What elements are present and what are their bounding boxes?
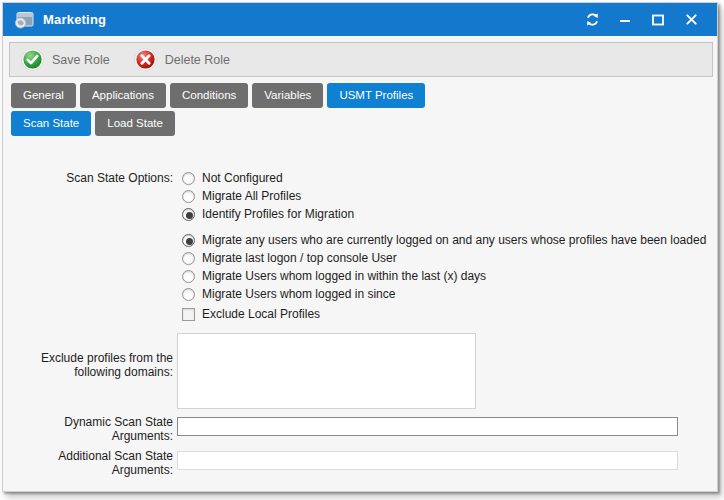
tab-variables[interactable]: Variables [252, 83, 323, 108]
green-check-circle-icon [21, 48, 44, 71]
tab-load-state[interactable]: Load State [95, 111, 175, 136]
save-role-button[interactable]: Save Role [21, 48, 110, 71]
radio-migrate-since[interactable] [182, 288, 195, 301]
additional-scan-state-arguments-input[interactable] [177, 451, 678, 470]
save-role-label: Save Role [52, 53, 110, 67]
radio-row-migrate-all-profiles[interactable]: Migrate All Profiles [182, 187, 354, 205]
radio-migrate-last-logon[interactable] [182, 252, 195, 265]
exclude-local-profiles-row[interactable]: Exclude Local Profiles [182, 306, 320, 322]
radio-label: Migrate any users who are currently logg… [202, 233, 706, 247]
tab-applications[interactable]: Applications [80, 83, 166, 108]
titlebar[interactable]: Marketing [3, 3, 717, 36]
radio-row-not-configured[interactable]: Not Configured [182, 169, 354, 187]
tab-conditions[interactable]: Conditions [170, 83, 248, 108]
radio-label: Identify Profiles for Migration [202, 207, 354, 221]
app-window-icon [14, 11, 34, 29]
maximize-icon [651, 13, 665, 27]
refresh-button[interactable] [582, 10, 602, 30]
marketing-window: Marketing [2, 2, 718, 492]
desktop-background: Marketing [0, 0, 724, 500]
radio-migrate-all-profiles[interactable] [182, 190, 195, 203]
dynamic-scan-state-arguments-label: Dynamic Scan State Arguments: [21, 415, 173, 443]
delete-role-button[interactable]: Delete Role [134, 48, 230, 71]
radio-row-migrate-since[interactable]: Migrate Users whom logged in since [182, 285, 706, 303]
scan-state-options-label: Scan State Options: [3, 171, 173, 185]
radio-row-migrate-last-logon[interactable]: Migrate last logon / top console User [182, 249, 706, 267]
radio-label: Migrate Users whom logged in since [202, 287, 395, 301]
dynamic-scan-state-arguments-input[interactable] [177, 417, 678, 436]
radio-identify-profiles[interactable] [182, 208, 195, 221]
migration-identification-radio-group: Migrate any users who are currently logg… [182, 231, 706, 303]
exclude-domains-textarea[interactable] [177, 333, 476, 409]
window-title: Marketing [43, 12, 106, 27]
toolbar: Save Role Delete Role [9, 42, 713, 77]
exclude-local-profiles-label: Exclude Local Profiles [202, 307, 320, 321]
scan-state-options-radio-group: Not Configured Migrate All Profiles Iden… [182, 169, 354, 223]
close-icon [685, 13, 698, 26]
radio-label: Not Configured [202, 171, 283, 185]
refresh-icon [585, 12, 600, 27]
close-button[interactable] [681, 10, 701, 30]
minimize-button[interactable] [615, 10, 635, 30]
radio-label: Migrate last logon / top console User [202, 251, 397, 265]
tab-general[interactable]: General [11, 83, 76, 108]
radio-not-configured[interactable] [182, 172, 195, 185]
maximize-button[interactable] [648, 10, 668, 30]
delete-role-label: Delete Role [165, 53, 230, 67]
exclude-domains-label: Exclude profiles from the following doma… [21, 351, 173, 379]
main-tabs: General Applications Conditions Variable… [11, 83, 425, 108]
radio-label: Migrate All Profiles [202, 189, 301, 203]
red-x-circle-icon [134, 48, 157, 71]
tab-usmt-profiles[interactable]: USMT Profiles [327, 83, 425, 108]
radio-migrate-last-x-days[interactable] [182, 270, 195, 283]
radio-label: Migrate Users whom logged in within the … [202, 269, 486, 283]
window-controls [582, 10, 717, 30]
radio-row-identify-profiles[interactable]: Identify Profiles for Migration [182, 205, 354, 223]
exclude-local-profiles-checkbox[interactable] [182, 308, 195, 321]
usmt-subtabs: Scan State Load State [11, 111, 175, 136]
radio-row-migrate-last-x-days[interactable]: Migrate Users whom logged in within the … [182, 267, 706, 285]
additional-scan-state-arguments-label: Additional Scan State Arguments: [21, 449, 173, 477]
radio-row-migrate-logged-on-users[interactable]: Migrate any users who are currently logg… [182, 231, 706, 249]
tab-scan-state[interactable]: Scan State [11, 111, 91, 136]
radio-migrate-logged-on-users[interactable] [182, 234, 195, 247]
minimize-icon [618, 13, 632, 27]
